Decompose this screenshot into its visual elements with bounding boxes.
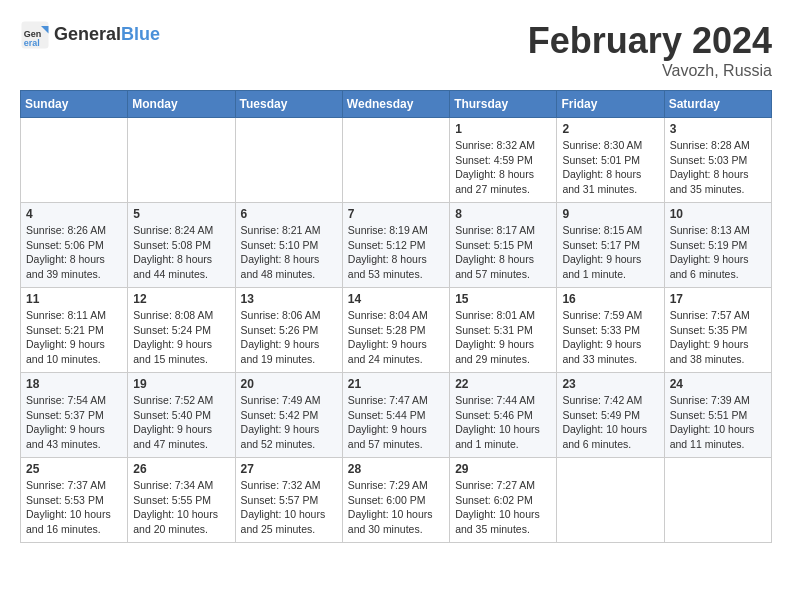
calendar-cell: 25Sunrise: 7:37 AM Sunset: 5:53 PM Dayli…	[21, 458, 128, 543]
week-row-4: 18Sunrise: 7:54 AM Sunset: 5:37 PM Dayli…	[21, 373, 772, 458]
day-info: Sunrise: 7:44 AM Sunset: 5:46 PM Dayligh…	[455, 393, 551, 452]
day-number: 24	[670, 377, 766, 391]
weekday-header-saturday: Saturday	[664, 91, 771, 118]
logo-text-blue: Blue	[121, 24, 160, 44]
page-header: Gen eral GeneralBlue February 2024 Vavoz…	[20, 20, 772, 80]
calendar-cell: 1Sunrise: 8:32 AM Sunset: 4:59 PM Daylig…	[450, 118, 557, 203]
day-info: Sunrise: 8:04 AM Sunset: 5:28 PM Dayligh…	[348, 308, 444, 367]
week-row-5: 25Sunrise: 7:37 AM Sunset: 5:53 PM Dayli…	[21, 458, 772, 543]
day-info: Sunrise: 7:59 AM Sunset: 5:33 PM Dayligh…	[562, 308, 658, 367]
day-number: 16	[562, 292, 658, 306]
calendar-cell	[557, 458, 664, 543]
day-number: 11	[26, 292, 122, 306]
calendar-cell: 9Sunrise: 8:15 AM Sunset: 5:17 PM Daylig…	[557, 203, 664, 288]
day-info: Sunrise: 8:21 AM Sunset: 5:10 PM Dayligh…	[241, 223, 337, 282]
day-info: Sunrise: 8:17 AM Sunset: 5:15 PM Dayligh…	[455, 223, 551, 282]
day-number: 3	[670, 122, 766, 136]
week-row-1: 1Sunrise: 8:32 AM Sunset: 4:59 PM Daylig…	[21, 118, 772, 203]
calendar-subtitle: Vavozh, Russia	[528, 62, 772, 80]
day-number: 28	[348, 462, 444, 476]
day-info: Sunrise: 8:24 AM Sunset: 5:08 PM Dayligh…	[133, 223, 229, 282]
calendar-table: SundayMondayTuesdayWednesdayThursdayFrid…	[20, 90, 772, 543]
calendar-cell: 28Sunrise: 7:29 AM Sunset: 6:00 PM Dayli…	[342, 458, 449, 543]
day-info: Sunrise: 8:26 AM Sunset: 5:06 PM Dayligh…	[26, 223, 122, 282]
calendar-cell: 10Sunrise: 8:13 AM Sunset: 5:19 PM Dayli…	[664, 203, 771, 288]
calendar-cell: 15Sunrise: 8:01 AM Sunset: 5:31 PM Dayli…	[450, 288, 557, 373]
day-info: Sunrise: 8:28 AM Sunset: 5:03 PM Dayligh…	[670, 138, 766, 197]
day-number: 20	[241, 377, 337, 391]
logo-icon: Gen eral	[20, 20, 50, 50]
weekday-header-thursday: Thursday	[450, 91, 557, 118]
weekday-header-monday: Monday	[128, 91, 235, 118]
calendar-cell: 18Sunrise: 7:54 AM Sunset: 5:37 PM Dayli…	[21, 373, 128, 458]
calendar-cell: 17Sunrise: 7:57 AM Sunset: 5:35 PM Dayli…	[664, 288, 771, 373]
day-number: 18	[26, 377, 122, 391]
day-info: Sunrise: 8:08 AM Sunset: 5:24 PM Dayligh…	[133, 308, 229, 367]
week-row-3: 11Sunrise: 8:11 AM Sunset: 5:21 PM Dayli…	[21, 288, 772, 373]
calendar-cell: 16Sunrise: 7:59 AM Sunset: 5:33 PM Dayli…	[557, 288, 664, 373]
day-info: Sunrise: 8:19 AM Sunset: 5:12 PM Dayligh…	[348, 223, 444, 282]
calendar-cell: 29Sunrise: 7:27 AM Sunset: 6:02 PM Dayli…	[450, 458, 557, 543]
day-number: 19	[133, 377, 229, 391]
calendar-cell: 26Sunrise: 7:34 AM Sunset: 5:55 PM Dayli…	[128, 458, 235, 543]
day-number: 13	[241, 292, 337, 306]
calendar-cell: 13Sunrise: 8:06 AM Sunset: 5:26 PM Dayli…	[235, 288, 342, 373]
day-info: Sunrise: 7:57 AM Sunset: 5:35 PM Dayligh…	[670, 308, 766, 367]
day-info: Sunrise: 8:30 AM Sunset: 5:01 PM Dayligh…	[562, 138, 658, 197]
day-number: 29	[455, 462, 551, 476]
day-number: 7	[348, 207, 444, 221]
calendar-cell: 11Sunrise: 8:11 AM Sunset: 5:21 PM Dayli…	[21, 288, 128, 373]
day-info: Sunrise: 7:52 AM Sunset: 5:40 PM Dayligh…	[133, 393, 229, 452]
calendar-cell: 12Sunrise: 8:08 AM Sunset: 5:24 PM Dayli…	[128, 288, 235, 373]
weekday-header-sunday: Sunday	[21, 91, 128, 118]
weekday-header-row: SundayMondayTuesdayWednesdayThursdayFrid…	[21, 91, 772, 118]
calendar-cell: 22Sunrise: 7:44 AM Sunset: 5:46 PM Dayli…	[450, 373, 557, 458]
day-number: 8	[455, 207, 551, 221]
title-area: February 2024 Vavozh, Russia	[528, 20, 772, 80]
day-number: 10	[670, 207, 766, 221]
calendar-cell	[342, 118, 449, 203]
calendar-cell: 20Sunrise: 7:49 AM Sunset: 5:42 PM Dayli…	[235, 373, 342, 458]
calendar-cell: 7Sunrise: 8:19 AM Sunset: 5:12 PM Daylig…	[342, 203, 449, 288]
day-number: 25	[26, 462, 122, 476]
day-info: Sunrise: 7:29 AM Sunset: 6:00 PM Dayligh…	[348, 478, 444, 537]
day-number: 27	[241, 462, 337, 476]
day-info: Sunrise: 8:01 AM Sunset: 5:31 PM Dayligh…	[455, 308, 551, 367]
calendar-cell	[21, 118, 128, 203]
svg-text:eral: eral	[24, 38, 40, 48]
calendar-cell	[664, 458, 771, 543]
calendar-cell: 4Sunrise: 8:26 AM Sunset: 5:06 PM Daylig…	[21, 203, 128, 288]
calendar-cell: 23Sunrise: 7:42 AM Sunset: 5:49 PM Dayli…	[557, 373, 664, 458]
day-info: Sunrise: 7:27 AM Sunset: 6:02 PM Dayligh…	[455, 478, 551, 537]
day-info: Sunrise: 7:42 AM Sunset: 5:49 PM Dayligh…	[562, 393, 658, 452]
calendar-cell: 8Sunrise: 8:17 AM Sunset: 5:15 PM Daylig…	[450, 203, 557, 288]
logo-text-general: General	[54, 24, 121, 44]
day-info: Sunrise: 8:06 AM Sunset: 5:26 PM Dayligh…	[241, 308, 337, 367]
day-info: Sunrise: 8:13 AM Sunset: 5:19 PM Dayligh…	[670, 223, 766, 282]
calendar-cell: 24Sunrise: 7:39 AM Sunset: 5:51 PM Dayli…	[664, 373, 771, 458]
day-number: 9	[562, 207, 658, 221]
day-number: 5	[133, 207, 229, 221]
calendar-cell: 27Sunrise: 7:32 AM Sunset: 5:57 PM Dayli…	[235, 458, 342, 543]
calendar-cell: 5Sunrise: 8:24 AM Sunset: 5:08 PM Daylig…	[128, 203, 235, 288]
day-number: 6	[241, 207, 337, 221]
day-number: 23	[562, 377, 658, 391]
day-number: 12	[133, 292, 229, 306]
calendar-cell: 3Sunrise: 8:28 AM Sunset: 5:03 PM Daylig…	[664, 118, 771, 203]
logo: Gen eral GeneralBlue	[20, 20, 160, 50]
calendar-cell: 6Sunrise: 8:21 AM Sunset: 5:10 PM Daylig…	[235, 203, 342, 288]
weekday-header-tuesday: Tuesday	[235, 91, 342, 118]
day-info: Sunrise: 7:49 AM Sunset: 5:42 PM Dayligh…	[241, 393, 337, 452]
calendar-cell	[128, 118, 235, 203]
day-number: 14	[348, 292, 444, 306]
day-number: 2	[562, 122, 658, 136]
week-row-2: 4Sunrise: 8:26 AM Sunset: 5:06 PM Daylig…	[21, 203, 772, 288]
day-info: Sunrise: 7:54 AM Sunset: 5:37 PM Dayligh…	[26, 393, 122, 452]
day-number: 22	[455, 377, 551, 391]
day-info: Sunrise: 8:15 AM Sunset: 5:17 PM Dayligh…	[562, 223, 658, 282]
day-info: Sunrise: 8:32 AM Sunset: 4:59 PM Dayligh…	[455, 138, 551, 197]
day-number: 26	[133, 462, 229, 476]
day-info: Sunrise: 7:47 AM Sunset: 5:44 PM Dayligh…	[348, 393, 444, 452]
day-number: 1	[455, 122, 551, 136]
day-info: Sunrise: 7:39 AM Sunset: 5:51 PM Dayligh…	[670, 393, 766, 452]
